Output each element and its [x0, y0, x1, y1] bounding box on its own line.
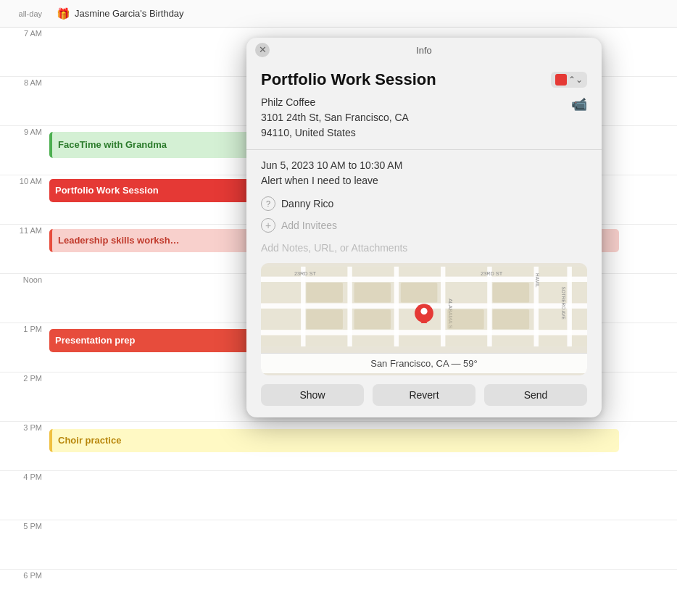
color-picker-button[interactable]: ⌃⌄	[551, 72, 587, 88]
chevron-up-down-icon: ⌃⌄	[568, 75, 583, 85]
datetime-text: Jun 5, 2023 10 AM to 10:30 AM	[261, 159, 402, 171]
popup-body: Portfolio Work Session ⌃⌄ Philz Coffee 3…	[246, 62, 602, 375]
location-text: Philz Coffee 3101 24th St, San Francisco…	[261, 95, 409, 141]
svg-rect-7	[441, 267, 445, 346]
notes-placeholder: Add Notes, URL, or Attachments	[261, 242, 407, 254]
svg-text:23RD ST: 23RD ST	[294, 270, 317, 277]
time-label-noon: Noon	[0, 274, 49, 284]
map-container[interactable]: 23RD ST 23RD ST ALABAMA S SOTRERO AVE HA…	[261, 263, 587, 375]
svg-rect-10	[567, 267, 571, 346]
map-footer: San Francisco, CA — 59°	[261, 353, 587, 373]
send-button[interactable]: Send	[484, 384, 587, 406]
facetime-event-label: FaceTime with Grandma	[58, 139, 167, 150]
svg-rect-5	[347, 267, 352, 346]
svg-rect-24	[493, 283, 530, 303]
svg-text:SOTRERO AVE: SOTRERO AVE	[561, 286, 566, 319]
time-label-9am: 9 AM	[0, 126, 49, 136]
organizer-row: ? Danny Rico	[261, 196, 587, 211]
svg-rect-22	[354, 309, 391, 330]
time-slot-4pm	[49, 471, 677, 520]
svg-rect-25	[493, 309, 530, 330]
divider	[246, 149, 602, 150]
time-row-5pm: 5 PM	[0, 520, 677, 570]
map-footer-text: San Francisco, CA — 59°	[370, 358, 478, 369]
time-row-4pm: 4 PM	[0, 471, 677, 520]
event-title-row: Portfolio Work Session ⌃⌄	[261, 70, 587, 89]
notes-row[interactable]: Add Notes, URL, or Attachments	[261, 241, 587, 254]
time-label-2pm: 2 PM	[0, 372, 49, 383]
time-slot-3pm: Choir practice	[49, 422, 677, 471]
all-day-label: all-day	[0, 9, 49, 18]
all-day-event-title: Jasmine Garcia's Birthday	[75, 8, 184, 19]
svg-rect-4	[301, 267, 305, 346]
time-label-5pm: 5 PM	[0, 520, 49, 530]
svg-rect-21	[306, 309, 343, 330]
popup-footer: Show Revert Send	[246, 375, 602, 417]
time-label-6pm: 6 PM	[0, 570, 49, 580]
svg-point-17	[420, 308, 427, 315]
time-label-1pm: 1 PM	[0, 323, 49, 333]
video-camera-icon[interactable]: 📹	[571, 95, 587, 112]
show-button[interactable]: Show	[261, 384, 364, 406]
time-label-10am: 10 AM	[0, 175, 49, 186]
choir-practice-event[interactable]: Choir practice	[49, 429, 619, 452]
color-swatch	[555, 74, 567, 86]
svg-text:23RD ST: 23RD ST	[481, 270, 503, 277]
svg-rect-19	[354, 283, 391, 303]
presentation-event-label: Presentation prep	[55, 335, 136, 346]
datetime-row: Jun 5, 2023 10 AM to 10:30 AM	[261, 159, 587, 172]
revert-button[interactable]: Revert	[373, 384, 475, 406]
map-svg: 23RD ST 23RD ST ALABAMA S SOTRERO AVE HA…	[261, 263, 587, 350]
time-label-8am: 8 AM	[0, 77, 49, 87]
location-row: Philz Coffee 3101 24th St, San Francisco…	[261, 95, 587, 141]
svg-rect-6	[394, 267, 399, 346]
time-label-3pm: 3 PM	[0, 422, 49, 432]
close-button[interactable]: ✕	[255, 43, 270, 57]
time-label-11am: 11 AM	[0, 225, 49, 235]
svg-rect-20	[401, 283, 438, 303]
time-slot-6pm	[49, 570, 677, 616]
portfolio-event-label: Portfolio Work Session	[55, 185, 159, 196]
organizer-icon: ?	[261, 196, 275, 211]
location-name: Philz Coffee	[261, 95, 409, 110]
svg-rect-23	[447, 309, 484, 330]
add-invitees-row[interactable]: + Add Invitees	[261, 218, 587, 233]
gift-icon: 🎁	[57, 7, 70, 20]
all-day-event[interactable]: 🎁 Jasmine Garcia's Birthday	[49, 4, 191, 23]
info-popup: ✕ Info Portfolio Work Session ⌃⌄ Philz C…	[246, 38, 602, 417]
alert-text: Alert when I need to leave	[261, 175, 587, 186]
popup-title: Info	[416, 45, 432, 56]
time-row-3pm: 3 PM Choir practice	[0, 422, 677, 471]
all-day-row: all-day 🎁 Jasmine Garcia's Birthday	[0, 0, 677, 28]
leadership-event-label: Leadership skills worksh…	[58, 235, 180, 246]
time-row-6pm: 6 PM	[0, 570, 677, 616]
svg-rect-18	[306, 283, 343, 303]
time-label-4pm: 4 PM	[0, 471, 49, 481]
time-label-7am: 7 AM	[0, 28, 49, 38]
choir-event-label: Choir practice	[58, 435, 121, 446]
svg-text:HAMIL: HAMIL	[535, 273, 540, 288]
popup-header: ✕ Info	[246, 38, 602, 62]
svg-rect-8	[487, 267, 491, 346]
add-invitees-label: Add Invitees	[281, 220, 337, 231]
time-slot-5pm	[49, 520, 677, 570]
add-invitees-icon: +	[261, 218, 275, 233]
organizer-name: Danny Rico	[281, 198, 333, 209]
location-address: 3101 24th St, San Francisco, CA94110, Un…	[261, 110, 409, 141]
event-title: Portfolio Work Session	[261, 70, 436, 89]
